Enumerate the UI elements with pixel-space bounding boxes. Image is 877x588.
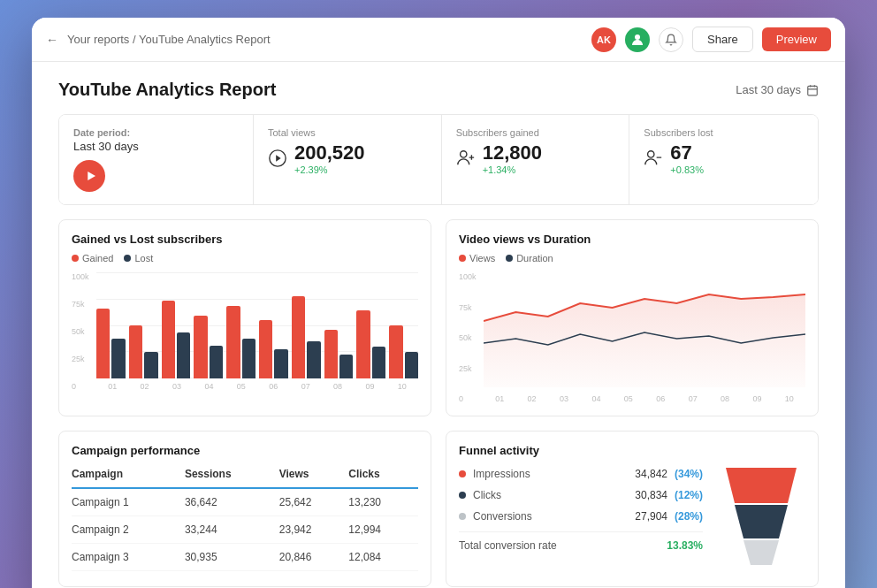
date-filter-label: Last 30 days <box>736 83 801 96</box>
legend-views-label: Views <box>469 253 495 263</box>
bar-gained <box>292 296 305 379</box>
gained-lost-chart-wrapper: 100k75k50k25k0 01 02 03 04 05 06 07 <box>72 272 418 391</box>
total-views-value-group: 200,520 +2.39% <box>294 141 365 175</box>
svg-point-8 <box>460 151 466 157</box>
impressions-pct: (34%) <box>675 468 703 480</box>
bar-lost <box>339 355 353 378</box>
bar-group <box>226 306 255 379</box>
bar-gained <box>259 320 272 378</box>
date-period-card: Date period: Last 30 days <box>59 115 254 204</box>
line-chart-svg <box>484 272 805 387</box>
bottom-row: Campaign performance Campaign Sessions V… <box>58 431 819 587</box>
funnel-svg <box>721 468 801 574</box>
top-bar: ← Your reports / YouTube Analytics Repor… <box>32 18 845 62</box>
top-bar-left: ← Your reports / YouTube Analytics Repor… <box>46 33 271 47</box>
total-rate-label: Total conversion rate <box>459 539 557 552</box>
bar-group <box>389 325 418 379</box>
avatar-ak: AK <box>591 27 616 52</box>
col-campaign: Campaign <box>72 468 185 488</box>
notification-icon[interactable] <box>659 27 683 52</box>
legend-gained-label: Gained <box>82 253 113 263</box>
bar-group <box>324 330 354 378</box>
bar-gained <box>356 310 370 378</box>
table-cell: Campaign 3 <box>72 544 185 571</box>
conversions-label: Conversions <box>473 510 628 523</box>
funnel-clicks: Clicks 30,834 (12%) <box>459 489 703 501</box>
date-period-label: Date period: <box>73 127 239 138</box>
clicks-dot <box>459 492 466 499</box>
svg-point-0 <box>635 34 640 40</box>
legend-duration: Duration <box>506 253 553 263</box>
subscribers-lost-value-group: 67 +0.83% <box>670 141 704 175</box>
bar-lost <box>144 352 157 378</box>
table-row: Campaign 330,93520,84612,084 <box>72 544 418 571</box>
legend-views: Views <box>459 253 495 263</box>
total-views-value: 200,520 <box>294 141 365 164</box>
youtube-icon <box>73 160 105 192</box>
metrics-row: Date period: Last 30 days Total views 20… <box>58 114 819 205</box>
bar-lost <box>111 339 125 378</box>
avatar-user <box>625 27 650 52</box>
svg-rect-1 <box>808 86 818 95</box>
table-cell: 12,084 <box>348 544 418 571</box>
total-rate-row: Total conversion rate 13.83% <box>459 531 703 552</box>
video-views-legend: Views Duration <box>459 253 805 263</box>
funnel-middle <box>735 505 788 538</box>
video-views-chart-wrapper: 100k75k50k25k0 <box>459 272 805 403</box>
table-cell: 33,244 <box>185 516 279 544</box>
bar-gained <box>162 301 175 378</box>
bar-group <box>356 310 385 378</box>
back-button[interactable]: ← <box>46 33 58 47</box>
clicks-pct: (12%) <box>675 489 703 501</box>
bar-lost <box>177 332 190 379</box>
subscribers-gained-change: +1.34% <box>483 164 542 175</box>
table-cell: 30,935 <box>185 544 279 571</box>
funnel-bottom <box>744 540 779 565</box>
subscribers-gained-icon-row: 12,800 +1.34% <box>456 141 615 175</box>
subscribers-gained-label: Subscribers gained <box>456 127 615 138</box>
impressions-label: Impressions <box>473 468 628 480</box>
bar-group <box>96 309 126 378</box>
table-cell: 13,230 <box>348 488 418 516</box>
user-plus-icon <box>456 149 476 168</box>
bar-group <box>129 325 158 379</box>
table-cell: 36,642 <box>185 488 279 516</box>
table-cell: 25,642 <box>279 488 349 516</box>
user-minus-icon <box>644 149 663 168</box>
table-cell: Campaign 1 <box>72 488 185 516</box>
bar-group <box>292 296 321 379</box>
play-icon <box>268 149 287 168</box>
report-title: YouTube Analytics Report <box>58 80 276 100</box>
legend-views-dot <box>459 255 466 262</box>
conversions-pct: (28%) <box>675 510 703 523</box>
legend-duration-label: Duration <box>516 253 553 263</box>
total-views-change: +2.39% <box>294 164 365 175</box>
table-cell: 23,942 <box>279 516 349 544</box>
funnel-metrics: Impressions 34,842 (34%) Clicks 30,834 (… <box>459 468 703 552</box>
subscribers-lost-value: 67 <box>670 141 704 164</box>
subscribers-gained-card: Subscribers gained 12,800 +1.34% <box>442 115 630 204</box>
legend-lost-dot <box>124 255 131 262</box>
charts-row: Gained vs Lost subscribers Gained Lost 1… <box>58 219 819 416</box>
bar-group <box>259 320 288 378</box>
bar-lost <box>307 341 320 378</box>
report-header: YouTube Analytics Report Last 30 days <box>58 80 819 100</box>
gained-lost-legend: Gained Lost <box>72 253 418 263</box>
clicks-value: 30,834 <box>635 489 667 501</box>
table-row: Campaign 233,24423,94212,994 <box>72 516 418 544</box>
svg-point-11 <box>648 151 654 157</box>
date-filter[interactable]: Last 30 days <box>736 83 819 96</box>
gained-lost-chart-title: Gained vs Lost subscribers <box>72 233 418 246</box>
conversions-dot <box>459 513 466 520</box>
impressions-value: 34,842 <box>635 468 667 480</box>
preview-button[interactable]: Preview <box>762 27 831 51</box>
svg-marker-5 <box>88 172 95 180</box>
bar-gained <box>226 306 240 379</box>
campaign-table: Campaign Sessions Views Clicks Campaign … <box>72 468 418 571</box>
share-button[interactable]: Share <box>692 27 753 52</box>
total-views-icon-row: 200,520 +2.39% <box>268 141 427 175</box>
funnel-visual <box>717 468 805 574</box>
funnel-impressions: Impressions 34,842 (34%) <box>459 468 703 480</box>
total-rate-value: 13.83% <box>667 539 703 552</box>
legend-duration-dot <box>506 255 513 262</box>
